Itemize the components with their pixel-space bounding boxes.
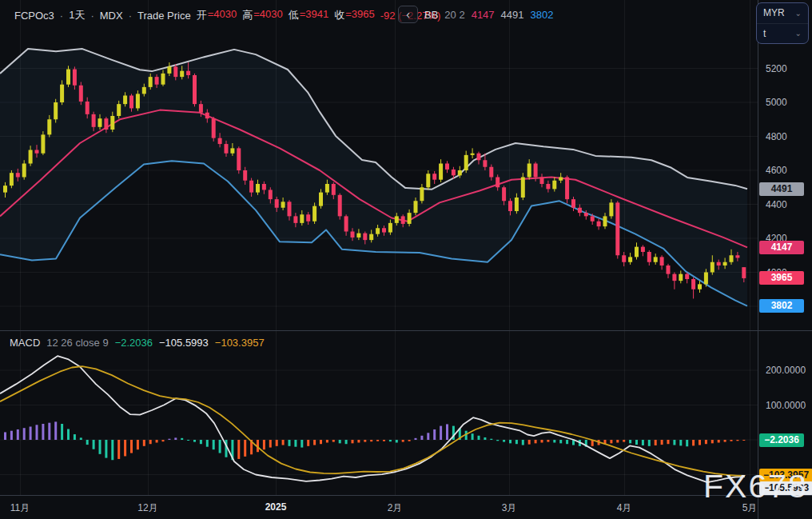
candle-body: [710, 262, 714, 273]
candle-body: [10, 173, 14, 186]
macd-histogram-bar: [730, 440, 733, 441]
macd-histogram-bar: [30, 426, 32, 440]
collapse-legend-button[interactable]: ‹: [398, 6, 418, 23]
macd-histogram-bar: [629, 440, 631, 443]
candle-body: [262, 184, 266, 190]
macd-histogram-bar: [389, 440, 392, 441]
time-axis-label: 3月: [502, 501, 517, 515]
candle-body: [86, 102, 90, 114]
legend-separator: ·: [90, 10, 94, 22]
candle-body: [477, 154, 481, 161]
candle-body: [319, 193, 323, 206]
currency-value: MYR: [763, 7, 785, 18]
ohlc-open: 开=4030: [197, 8, 237, 22]
candle-body: [275, 199, 279, 208]
macd-name: MACD: [10, 337, 40, 349]
candle-body: [521, 178, 525, 198]
currency-selector: MYR ⌄ t ⌄: [756, 2, 809, 44]
macd-histogram-bar: [673, 440, 675, 445]
candle-body: [735, 255, 739, 258]
candle-body: [515, 198, 519, 211]
candle-body: [149, 77, 153, 87]
candle-body: [395, 216, 399, 223]
macd-histogram-bar: [181, 438, 183, 440]
candle-body: [117, 104, 121, 116]
macd-histogram-bar: [130, 440, 133, 453]
candle-body: [256, 184, 260, 193]
macd-histogram-bar: [522, 440, 524, 445]
candle-body: [414, 201, 418, 213]
macd-histogram-bar: [478, 436, 480, 440]
time-axis[interactable]: 11月12月20252月3月4月5月: [0, 495, 812, 519]
macd-histogram-bar: [547, 440, 549, 442]
price-tick-label: 4800: [758, 130, 812, 143]
legend-separator: ·: [129, 10, 132, 22]
macd-histogram-bar: [440, 426, 442, 440]
time-axis-label: 4月: [617, 501, 632, 515]
macd-histogram-bar: [105, 440, 107, 458]
macd-histogram-bar: [655, 440, 657, 445]
candle-body: [635, 247, 639, 258]
macd-histogram-bar: [376, 440, 379, 441]
price-axis[interactable]: 5200500048004600440042004000200.0000100.…: [758, 0, 812, 495]
bb-indicator-legend: ‹ BB 20 2 4147 4491 3802: [398, 6, 553, 23]
macd-histogram-bar: [623, 440, 625, 442]
candle-body: [591, 216, 595, 221]
exchange-label: MDX: [100, 10, 123, 22]
macd-histogram-bar: [200, 440, 202, 444]
chart-canvas[interactable]: [0, 0, 812, 519]
candle-body: [180, 71, 184, 77]
macd-histogram-bar: [559, 440, 562, 443]
macd-histogram-bar: [661, 440, 663, 445]
candle-body: [641, 247, 645, 252]
macd-histogram-bar: [307, 440, 309, 446]
time-axis-label: 12月: [137, 501, 157, 515]
macd-histogram-bar: [515, 440, 518, 444]
candle-body: [332, 184, 336, 195]
candle-body: [104, 118, 108, 130]
candle-body: [205, 113, 209, 118]
macd-histogram-bar: [364, 440, 366, 442]
candle-body: [730, 255, 734, 262]
candle-body: [66, 70, 70, 85]
candle-body: [136, 94, 140, 108]
candle-body: [565, 178, 569, 200]
macd-histogram-bar: [48, 423, 50, 440]
candle-body: [496, 178, 500, 188]
candle-body: [432, 174, 436, 179]
macd-histogram-bar: [61, 424, 63, 440]
macd-hist-value: −2.2036: [115, 337, 153, 349]
macd-histogram-bar: [408, 440, 411, 441]
macd-histogram-bar: [168, 439, 170, 440]
candle-body: [672, 274, 676, 281]
candle-body: [369, 234, 373, 240]
legend-separator: ·: [60, 10, 63, 22]
macd-histogram-bar: [80, 437, 82, 440]
interval-label: 1天: [69, 8, 85, 22]
currency-dropdown[interactable]: MYR ⌄: [757, 3, 808, 24]
candle-body: [698, 284, 702, 289]
macd-histogram-bar: [244, 440, 246, 457]
macd-histogram-bar: [415, 438, 417, 440]
macd-histogram-bar: [396, 440, 398, 442]
macd-histogram-bar: [610, 440, 612, 443]
candle-body: [546, 184, 550, 189]
candle-body: [35, 150, 39, 154]
candle-body: [161, 74, 165, 85]
macd-signal-value: −103.3957: [215, 337, 265, 349]
candle-body: [401, 216, 405, 224]
price-tick-label: 4400: [758, 198, 812, 211]
candle-body: [534, 164, 538, 178]
ohlc-low: 低=3941: [289, 8, 329, 22]
candle-body: [237, 148, 241, 170]
macd-histogram-bar: [699, 440, 701, 445]
macd-histogram-bar: [339, 440, 341, 443]
macd-histogram-bar: [213, 440, 215, 449]
candle-body: [173, 66, 177, 77]
candle-body: [471, 154, 475, 155]
unit-dropdown[interactable]: t ⌄: [757, 24, 808, 44]
macd-histogram-bar: [736, 440, 738, 441]
macd-histogram-bar: [117, 440, 120, 459]
candle-body: [288, 202, 292, 216]
bb-lower-value: 3802: [531, 9, 554, 21]
